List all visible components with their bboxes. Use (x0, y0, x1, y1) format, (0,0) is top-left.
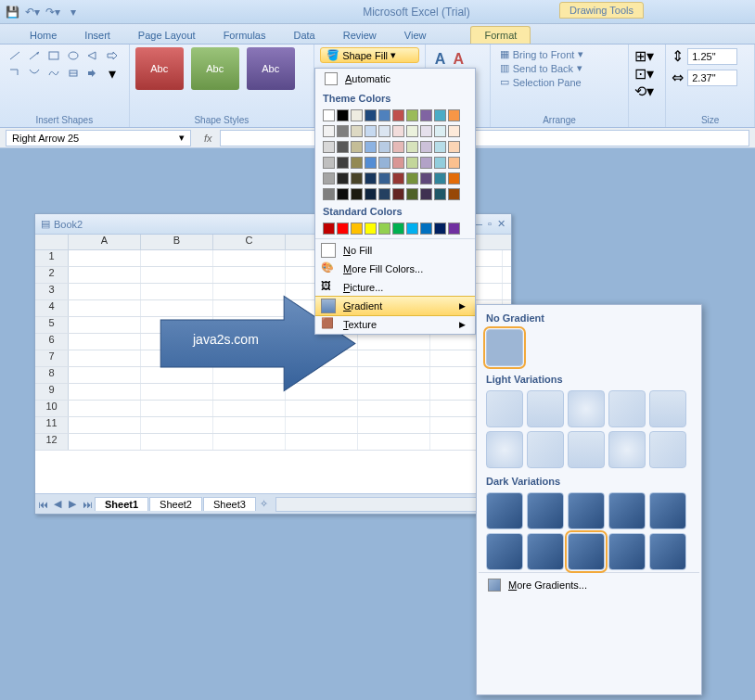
horizontal-scrollbar[interactable] (275, 497, 507, 512)
color-swatch[interactable] (351, 172, 363, 185)
cell[interactable] (213, 250, 286, 266)
color-swatch[interactable] (434, 157, 446, 169)
color-swatch[interactable] (392, 188, 404, 200)
color-swatch[interactable] (337, 157, 349, 169)
color-swatch[interactable] (406, 109, 418, 121)
cell[interactable] (69, 417, 141, 433)
color-swatch[interactable] (351, 188, 363, 200)
cell[interactable] (141, 401, 213, 416)
gradient-swatch-light[interactable] (608, 431, 646, 468)
color-swatch[interactable] (378, 141, 390, 153)
color-swatch[interactable] (351, 157, 363, 169)
row-header[interactable]: 8 (35, 367, 69, 383)
gradient-swatch-dark[interactable] (527, 492, 564, 529)
gradient-swatch-dark[interactable] (649, 492, 686, 529)
color-swatch[interactable] (420, 125, 432, 137)
color-swatch[interactable] (351, 109, 363, 121)
cell[interactable] (286, 401, 358, 416)
cell[interactable] (213, 417, 286, 433)
color-swatch[interactable] (351, 125, 363, 137)
maximize-icon[interactable]: ▫ (488, 218, 492, 230)
cell[interactable] (213, 267, 286, 283)
col-header[interactable]: A (69, 235, 141, 249)
row-header[interactable]: 12 (35, 434, 69, 450)
color-swatch[interactable] (323, 172, 335, 185)
shapes-gallery[interactable]: ▾ (6, 47, 123, 99)
color-swatch[interactable] (434, 141, 446, 153)
name-box[interactable]: Right Arrow 25 ▾ (6, 130, 191, 146)
width-input[interactable] (687, 70, 737, 86)
color-swatch[interactable] (378, 157, 390, 169)
gradient-swatch-none[interactable] (486, 329, 523, 366)
row-header[interactable]: 2 (35, 267, 69, 283)
color-swatch[interactable] (406, 223, 418, 235)
tab-insert[interactable]: Insert (71, 27, 123, 44)
cell[interactable] (69, 300, 141, 316)
color-swatch[interactable] (420, 141, 432, 153)
color-swatch[interactable] (337, 141, 349, 153)
cell[interactable] (358, 401, 430, 416)
color-swatch[interactable] (323, 157, 335, 169)
color-swatch[interactable] (365, 172, 377, 185)
row-header[interactable]: 11 (35, 417, 69, 433)
row-header[interactable]: 3 (35, 284, 69, 299)
style-thumb-2[interactable]: Abc (191, 47, 239, 90)
color-swatch[interactable] (448, 157, 460, 169)
color-swatch[interactable] (434, 223, 446, 235)
color-swatch[interactable] (420, 172, 432, 185)
gradient-swatch-dark[interactable] (608, 492, 646, 529)
style-thumb-1[interactable]: Abc (135, 47, 184, 90)
row-header[interactable]: 5 (35, 317, 69, 333)
gradient-swatch-light[interactable] (649, 431, 686, 468)
color-swatch[interactable] (406, 172, 418, 185)
color-swatch[interactable] (448, 188, 460, 200)
color-swatch[interactable] (392, 109, 404, 121)
col-header[interactable]: B (141, 235, 213, 249)
tab-formulas[interactable]: Formulas (211, 27, 279, 44)
gradient-swatch-light[interactable] (608, 390, 646, 427)
cell[interactable] (358, 434, 430, 450)
color-swatch[interactable] (351, 223, 363, 235)
redo-icon[interactable]: ↷▾ (45, 4, 61, 20)
color-swatch[interactable] (420, 109, 432, 121)
more-fill-colors-item[interactable]: 🎨 More Fill Colors... (315, 260, 475, 278)
color-swatch[interactable] (434, 109, 446, 121)
color-swatch[interactable] (448, 172, 460, 185)
color-swatch[interactable] (392, 157, 404, 169)
cell[interactable] (286, 417, 358, 433)
bring-to-front-button[interactable]: ▦Bring to Front▾ (496, 47, 623, 61)
fill-automatic[interactable]: AAutomaticutomatic (315, 69, 475, 89)
color-swatch[interactable] (323, 223, 335, 235)
cell[interactable] (358, 384, 430, 400)
tab-format[interactable]: Format (470, 26, 531, 44)
cell[interactable] (358, 367, 430, 383)
last-sheet-icon[interactable]: ⏭ (80, 499, 95, 510)
color-swatch[interactable] (351, 141, 363, 153)
new-sheet-icon[interactable]: ✧ (257, 498, 272, 510)
tab-view[interactable]: View (391, 27, 440, 44)
formula-input[interactable] (220, 130, 749, 146)
color-swatch[interactable] (365, 109, 377, 121)
cell[interactable] (69, 250, 141, 266)
color-swatch[interactable] (434, 188, 446, 200)
prev-sheet-icon[interactable]: ◀ (50, 498, 65, 510)
cell[interactable] (358, 350, 430, 366)
row-header[interactable]: 10 (35, 401, 69, 416)
color-swatch[interactable] (323, 109, 335, 121)
gradient-swatch-light[interactable] (527, 431, 564, 468)
color-swatch[interactable] (337, 109, 349, 121)
style-thumb-3[interactable]: Abc (247, 47, 295, 90)
color-swatch[interactable] (378, 223, 390, 235)
cell[interactable] (69, 434, 141, 450)
more-gradients-item[interactable]: More Gradients... (479, 572, 699, 597)
cell[interactable] (69, 367, 141, 383)
gradient-swatch-light[interactable] (486, 431, 523, 468)
cell[interactable] (141, 417, 213, 433)
cell[interactable] (141, 250, 213, 266)
gradient-swatch-dark[interactable] (649, 533, 686, 570)
tab-review[interactable]: Review (330, 27, 390, 44)
color-swatch[interactable] (392, 223, 404, 235)
chevron-down-icon[interactable]: ▾ (179, 132, 185, 144)
text-fill-icon[interactable]: A (435, 51, 446, 68)
first-sheet-icon[interactable]: ⏮ (35, 499, 50, 510)
